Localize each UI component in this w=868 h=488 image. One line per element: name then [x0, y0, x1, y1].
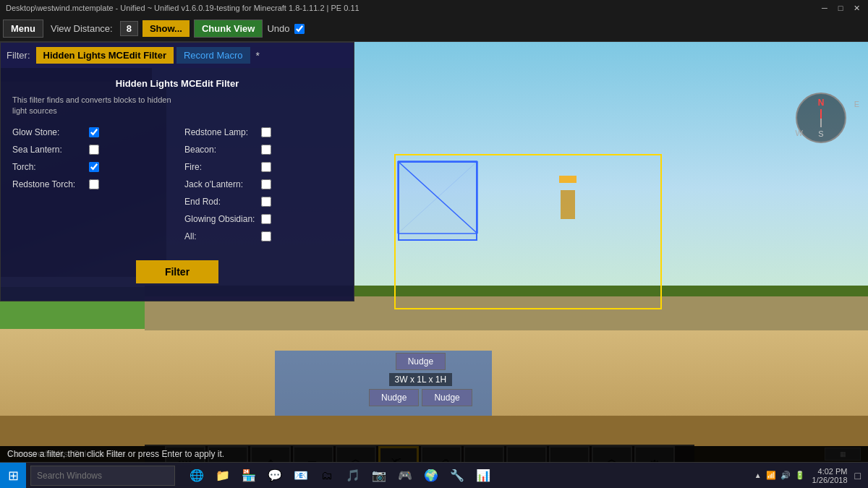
search-bar[interactable] — [30, 466, 175, 486]
filter-right-row-6: All: — [184, 231, 342, 241]
filter-right-row-0: Redstone Lamp: — [184, 127, 342, 137]
taskbar-app8-icon[interactable]: 🔧 — [447, 466, 467, 486]
show-button[interactable]: Show... — [142, 20, 190, 37]
compass: N S — [796, 93, 846, 143]
filter-left-row-0: Glow Stone: — [12, 127, 170, 137]
chunk-view-button[interactable]: Chunk View — [194, 20, 263, 38]
hint-text: Choose a filter, then click Filter or pr… — [7, 449, 224, 459]
system-tray: ▲ 📶 🔊 🔋 — [754, 471, 805, 480]
filter-left-checkbox-1[interactable] — [89, 145, 99, 155]
filter-right-checkbox-4[interactable] — [261, 197, 271, 207]
filter-right-row-5: Glowing Obsidian: — [184, 214, 342, 224]
taskbar-icons: 🌐 📁 🏪 💬 📧 🗂 🎵 📷 🎮 🌍 🔧 📊 — [187, 466, 493, 486]
taskbar-app7-icon[interactable]: 🌍 — [421, 466, 441, 486]
nudge-lr-row: Nudge Nudge — [369, 389, 472, 406]
game-viewport: N S E W Filter: Hidden Lights MCEdit Fil… — [0, 42, 868, 488]
taskbar-app4-icon[interactable]: 🎵 — [343, 466, 363, 486]
filter-left-col: Glow Stone:Sea Lantern:Torch:Redstone To… — [12, 127, 170, 249]
filter-description: This filter finds and converts blocks to… — [12, 95, 342, 117]
filter-panel: Filter: Hidden Lights MCEdit Filter Reco… — [0, 42, 354, 301]
filter-options: Glow Stone:Sea Lantern:Torch:Redstone To… — [12, 127, 342, 249]
compass-north: N — [818, 98, 825, 108]
filter-apply-button[interactable]: Filter — [136, 260, 218, 283]
filter-label: Filter: — [7, 50, 30, 61]
taskbar: ⊞ 🌐 📁 🏪 💬 📧 🗂 🎵 📷 🎮 🌍 🔧 📊 ▲ 📶 🔊 🔋 4:02 P… — [0, 462, 868, 488]
filter-tab-2[interactable]: Record Macro — [176, 47, 250, 64]
filter-left-row-3: Redstone Torch: — [12, 179, 170, 189]
nudge-right-button[interactable]: Nudge — [422, 389, 472, 406]
tray-volume[interactable]: 🔊 — [780, 471, 791, 480]
filter-right-row-1: Beacon: — [184, 145, 342, 155]
tray-arrow[interactable]: ▲ — [754, 471, 762, 479]
taskbar-files-icon[interactable]: 📁 — [213, 466, 233, 486]
tray-battery[interactable]: 🔋 — [795, 471, 805, 480]
view-distance-value[interactable]: 8 — [120, 21, 138, 36]
menu-button[interactable]: Menu — [3, 20, 43, 38]
undo-label: Undo — [267, 23, 289, 34]
filter-button-wrap: Filter — [12, 260, 342, 291]
filter-left-checkbox-0[interactable] — [89, 127, 99, 137]
nudge-left-button[interactable]: Nudge — [369, 389, 419, 406]
start-button[interactable]: ⊞ — [0, 463, 26, 489]
filter-content: Hidden Lights MCEdit Filter This filter … — [1, 68, 354, 301]
filter-title: Hidden Lights MCEdit Filter — [12, 78, 342, 89]
filter-left-row-2: Torch: — [12, 162, 170, 172]
taskbar-app3-icon[interactable]: 🗂 — [317, 466, 337, 486]
taskbar-right: ▲ 📶 🔊 🔋 4:02 PM 1/26/2018 □ — [754, 467, 868, 484]
nudge-up-button[interactable]: Nudge — [396, 353, 446, 370]
compass-e: E — [854, 100, 859, 108]
taskbar-app5-icon[interactable]: 📷 — [369, 466, 389, 486]
view-distance-label: View Distance: — [48, 23, 116, 34]
filter-right-checkbox-3[interactable] — [261, 179, 271, 189]
clock-time: 4:02 PM — [812, 467, 848, 476]
taskbar-store-icon[interactable]: 🏪 — [239, 466, 259, 486]
filter-tab-close[interactable]: * — [256, 50, 260, 61]
menu-bar: Menu View Distance: 8 Show... Chunk View… — [0, 16, 868, 42]
filter-right-row-3: Jack o'Lantern: — [184, 179, 342, 189]
title-text: Desktop\westwind.mctemplate - Unified ~ … — [6, 4, 359, 12]
maximize-button[interactable]: □ — [835, 2, 846, 14]
clock-date: 1/26/2018 — [812, 476, 848, 484]
tray-wifi[interactable]: 📶 — [766, 471, 776, 480]
compass-w: W — [796, 129, 803, 137]
taskbar-app9-icon[interactable]: 📊 — [473, 466, 493, 486]
compass-south: S — [818, 129, 823, 138]
hint-bar: Choose a filter, then click Filter or pr… — [0, 446, 868, 462]
window-controls: ─ □ ✕ — [819, 2, 862, 14]
compass-needle — [820, 109, 822, 127]
nudge-dimensions: 3W x 1L x 1H — [389, 373, 453, 386]
filter-right-row-4: End Rod: — [184, 197, 342, 207]
filter-left-checkbox-3[interactable] — [89, 179, 99, 189]
nudge-area: Nudge 3W x 1L x 1H Nudge Nudge — [369, 353, 472, 406]
filter-tab-1[interactable]: Hidden Lights MCEdit Filter — [36, 47, 174, 64]
filter-right-col: Redstone Lamp:Beacon:Fire:Jack o'Lantern… — [184, 127, 342, 249]
taskbar-app2-icon[interactable]: 📧 — [291, 466, 311, 486]
filter-left-checkbox-2[interactable] — [89, 162, 99, 172]
taskbar-app1-icon[interactable]: 💬 — [265, 466, 285, 486]
filter-right-checkbox-2[interactable] — [261, 162, 271, 172]
clock[interactable]: 4:02 PM 1/26/2018 — [812, 467, 848, 484]
filter-right-checkbox-6[interactable] — [261, 231, 271, 241]
filter-tab-bar: Filter: Hidden Lights MCEdit Filter Reco… — [1, 43, 354, 68]
filter-right-checkbox-5[interactable] — [261, 214, 271, 224]
filter-right-row-2: Fire: — [184, 162, 342, 172]
filter-right-checkbox-1[interactable] — [261, 145, 271, 155]
filter-left-row-1: Sea Lantern: — [12, 145, 170, 155]
taskbar-browser-icon[interactable]: 🌐 — [187, 466, 207, 486]
filter-right-checkbox-0[interactable] — [261, 127, 271, 137]
close-button[interactable]: ✕ — [851, 2, 862, 14]
taskbar-app6-icon[interactable]: 🎮 — [395, 466, 415, 486]
minimize-button[interactable]: ─ — [819, 2, 830, 14]
notification-area[interactable]: □ — [855, 470, 861, 481]
undo-checkbox[interactable] — [294, 24, 305, 34]
title-bar: Desktop\westwind.mctemplate - Unified ~ … — [0, 0, 868, 16]
